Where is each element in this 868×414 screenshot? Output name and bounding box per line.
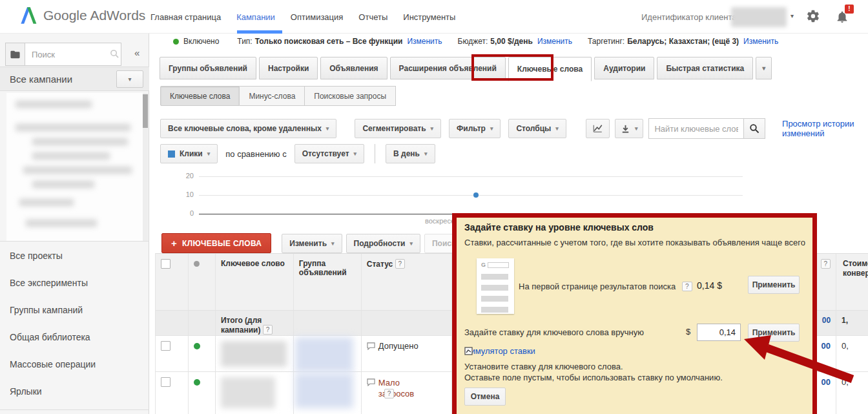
manual-bid-input[interactable] [697,324,741,341]
col-cost-conv-line1[interactable]: Стоимос [843,259,868,268]
bid-simulator-link[interactable]: Симулятор ставки [464,346,535,356]
redacted-ad-group [295,373,353,408]
col-status[interactable]: Статус [367,260,393,269]
apply-manual-bid-button[interactable]: Применить [748,324,800,342]
notification-badge[interactable]: ! [845,5,854,14]
sidebar-item-campaign-groups[interactable]: Группы кампаний [10,305,83,315]
col-cost-conv-line2[interactable]: конверс [843,269,868,278]
sidebar-collapse-button[interactable]: « [134,47,140,58]
all-campaigns-dropdown[interactable]: ▾ [116,70,143,88]
subtab-search-terms[interactable]: Поисковые запросы [305,86,396,106]
nav-home[interactable]: Главная страница [150,12,221,22]
download-button[interactable]: ▾ [615,119,644,138]
segment-dropdown[interactable]: Сегментировать ▾ [355,119,441,138]
row-checkbox[interactable] [161,377,170,387]
first-page-help-badge[interactable]: ? [682,282,692,291]
sidebar-search-row: « [5,43,121,66]
tab-keywords[interactable]: Ключевые слова [508,57,592,81]
tab-dimensions[interactable]: Быстрая статистика [657,57,753,79]
redacted-campaign [19,199,74,206]
summary-help-badge[interactable]: ? [263,325,273,335]
apply-first-page-bid-button[interactable]: Применить [748,276,800,294]
subtab-negative-keywords[interactable]: Минус-слова [240,86,305,106]
main-nav: Главная страница Кампании Оптимизация От… [150,0,455,34]
tab-audiences[interactable]: Аудитории [594,57,654,79]
sidebar-scrollbar[interactable] [143,93,148,241]
edit-targeting-link[interactable]: Изменить [743,37,778,46]
add-keywords-button[interactable]: + КЛЮЧЕВЫЕ СЛОВА [161,233,271,253]
divider [375,144,375,163]
nav-reports[interactable]: Отчеты [358,12,388,22]
chart-toggle-button[interactable] [586,119,610,138]
sidebar-item-all-projects[interactable]: Все проекты [10,251,63,261]
client-id-label: Идентификатор клиента: [641,12,739,22]
nav-tools[interactable]: Инструменты [403,12,455,22]
details-dropdown[interactable]: Подробности ▾ [346,234,420,253]
subtab-keywords[interactable]: Ключевые слова [160,86,240,106]
period-dropdown[interactable]: В день ▾ [386,144,435,163]
compare-dropdown[interactable]: Отсутствует ▾ [294,144,364,163]
all-campaigns-bar: Все кампании ▾ [0,67,149,91]
sidebar-search-input[interactable] [25,43,121,66]
columns-dropdown[interactable]: Столбцы ▾ [508,119,566,138]
find-keywords-input[interactable] [648,118,744,139]
top-bar: Google AdWords Главная страница Кампании… [0,0,868,34]
view-filter-dropdown[interactable]: Все ключевые слова, кроме удаленных ▾ [160,119,336,138]
sidebar-item-labels[interactable]: Ярлыки [10,386,42,397]
targeting-label: Таргетинг: [588,37,625,46]
targeting-value: Беларусь; Казахстан; (ещё 3) [627,37,739,46]
sidebar-scrollbar-thumb[interactable] [143,94,148,128]
row-cost-value: 0, [842,341,849,351]
tab-ads[interactable]: Объявления [320,57,387,79]
select-all-checkbox[interactable] [161,259,170,269]
serp-result-bar [481,285,508,291]
nav-optimization[interactable]: Оптимизация [291,12,344,22]
nav-campaigns[interactable]: Кампании [236,12,275,22]
keyword-status[interactable]: Допущено [378,341,418,351]
data-point-clicks[interactable] [473,192,479,198]
caret-down-icon: ▾ [331,240,335,247]
edit-budget-link[interactable]: Изменить [537,37,572,46]
folder-button[interactable] [5,43,25,66]
enabled-dot-icon[interactable] [194,343,200,349]
enabled-dot-icon[interactable] [194,379,200,386]
status-help-badge[interactable]: ? [395,259,406,269]
tab-ad-groups[interactable]: Группы объявлений [160,57,256,79]
client-dropdown-caret-icon[interactable]: ▾ [790,12,794,19]
row-checkbox[interactable] [161,341,170,351]
chart-controls: Клики ▾ по сравнению с Отсутствует ▾ В д… [160,144,435,163]
sidebar-item-shared-library[interactable]: Общая библиотека [10,332,90,342]
caret-down-icon: ▾ [354,150,357,157]
compare-label: по сравнению с [225,149,286,159]
filter-dropdown[interactable]: Фильтр ▾ [449,119,501,138]
tab-more-dropdown[interactable]: ▾ [756,57,772,79]
cancel-button[interactable]: Отмена [464,388,506,406]
change-history-link[interactable]: Просмотр истории изменений [782,119,868,138]
search-button[interactable] [744,118,765,139]
gear-icon[interactable] [806,9,820,26]
sidebar-item-all-experiments[interactable]: Все эксперименты [10,278,88,288]
col-keyword[interactable]: Ключевое слово [221,259,285,268]
edit-type-link[interactable]: Изменить [407,37,442,46]
redacted-ad-group [295,337,353,372]
caret-down-icon: ▾ [424,150,428,157]
serp-searchbox-shape [488,262,509,268]
status-help-badge[interactable]: ? [384,389,395,398]
metric-dropdown[interactable]: Клики ▾ [160,144,218,163]
tab-settings[interactable]: Настройки [259,57,318,79]
gridline-20 [199,176,743,177]
add-keywords-label: КЛЮЧЕВЫЕ СЛОВА [182,239,262,248]
edit-label: Изменить [289,239,327,248]
tab-ad-extensions[interactable]: Расширения объявлений [390,57,506,79]
metric-label: Клики [180,149,203,158]
campaign-list-redacted[interactable] [6,93,143,241]
col-ad-group[interactable]: Группа объявлений [299,259,347,277]
hidden-col-help-badge[interactable]: ? [821,259,831,269]
popup-note-line2: Оставьте поле пустым, чтобы использовать… [464,373,723,382]
view-filter-label: Все ключевые слова, кроме удаленных [168,124,322,133]
adwords-logo[interactable]: Google AdWords [17,5,145,26]
type-label: Тип: [237,37,252,46]
summary-label: Итого (для кампании) [221,316,262,335]
edit-dropdown[interactable]: Изменить ▾ [282,234,342,253]
sidebar-item-bulk-operations[interactable]: Массовые операции [10,359,96,369]
